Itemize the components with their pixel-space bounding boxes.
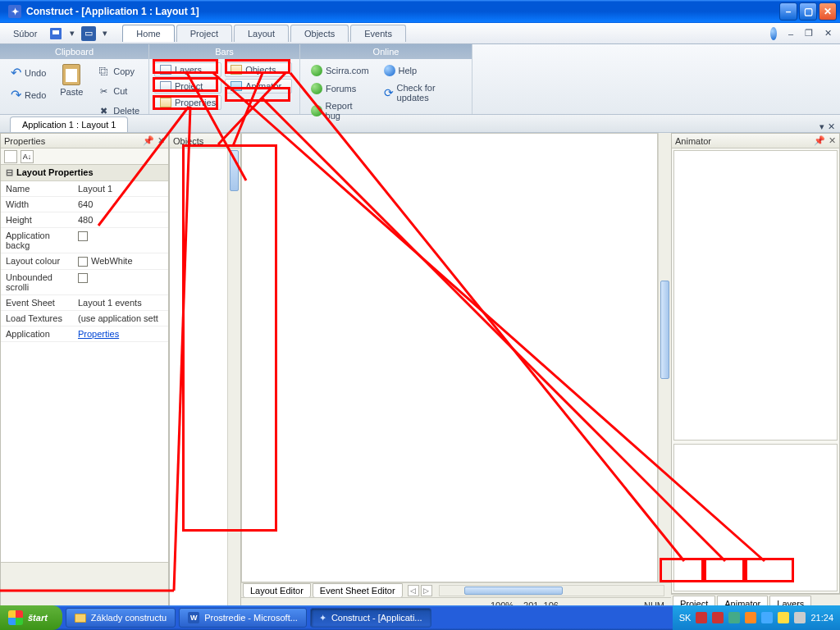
tray-icon[interactable] bbox=[778, 612, 789, 623]
taskbar-item[interactable]: ✦Construct - [Applicati... bbox=[310, 608, 431, 628]
titlebar: ✦ Construct - [Application 1 : Layout 1]… bbox=[0, 0, 840, 23]
pin-icon[interactable]: 📌 bbox=[814, 135, 825, 146]
tray-icon[interactable] bbox=[745, 612, 756, 623]
properties-title: Properties bbox=[4, 136, 45, 146]
undo-button[interactable]: ↶Undo bbox=[5, 62, 52, 83]
right-column: Animator📌✕ Project Animator Layers bbox=[671, 133, 840, 612]
taskbar-item[interactable]: WProstredie - Microsoft... bbox=[179, 608, 307, 628]
app-icon: ✦ bbox=[319, 613, 326, 623]
undo-icon: ↶ bbox=[11, 65, 21, 80]
help-icon[interactable] bbox=[767, 27, 780, 40]
vertical-scrollbar[interactable] bbox=[658, 133, 671, 582]
forums-button[interactable]: Forums bbox=[305, 80, 375, 97]
mdi-close[interactable]: ✕ bbox=[821, 26, 835, 40]
tray-icon[interactable] bbox=[728, 612, 740, 623]
bars-layers-button[interactable]: Layers bbox=[154, 62, 221, 77]
bars-properties-button[interactable]: Properties bbox=[154, 95, 221, 110]
qat-dropdown[interactable]: ▾ bbox=[65, 26, 80, 41]
menu-file[interactable]: Súbor bbox=[5, 26, 45, 41]
help-icon bbox=[384, 65, 395, 76]
event-sheet-tab[interactable]: Event Sheet Editor bbox=[313, 583, 403, 598]
qat-dropdown2[interactable]: ▾ bbox=[98, 26, 112, 41]
app-properties-link[interactable]: Properties bbox=[75, 326, 168, 341]
scrollbar[interactable] bbox=[227, 148, 240, 611]
bars-objects-button[interactable]: Objects bbox=[225, 62, 292, 77]
report-button[interactable]: Report bug bbox=[305, 98, 375, 123]
paste-button[interactable]: Paste bbox=[55, 62, 88, 98]
animator-title: Animator bbox=[675, 136, 711, 146]
tab-layout[interactable]: Layout bbox=[234, 25, 289, 42]
help-button[interactable]: Help bbox=[378, 62, 467, 79]
nav-prev[interactable]: ▷ bbox=[421, 585, 432, 596]
tab-home[interactable]: Home bbox=[122, 25, 174, 42]
property-description bbox=[1, 562, 168, 611]
check-updates-button[interactable]: ⟳Check for updates bbox=[378, 80, 467, 105]
save-icon[interactable] bbox=[48, 26, 63, 41]
panel-close-icon[interactable]: ✕ bbox=[829, 135, 836, 146]
checkbox[interactable] bbox=[78, 273, 88, 283]
monitor-icon[interactable]: ▭ bbox=[81, 26, 96, 41]
alphabetical-icon[interactable]: A↓ bbox=[21, 150, 34, 163]
mdi-restore[interactable]: ❐ bbox=[801, 26, 816, 40]
document-tab[interactable]: Application 1 : Layout 1 bbox=[10, 116, 128, 132]
globe-icon bbox=[311, 105, 322, 116]
categorized-icon[interactable] bbox=[4, 150, 17, 163]
start-button[interactable]: štart bbox=[0, 605, 62, 630]
animator-body[interactable] bbox=[673, 150, 838, 441]
mdi-minimize[interactable]: – bbox=[785, 27, 797, 40]
checkbox[interactable] bbox=[78, 231, 88, 241]
nav-first[interactable]: ◁ bbox=[408, 585, 419, 596]
animator-frames[interactable] bbox=[673, 444, 838, 591]
cut-icon: ✂ bbox=[97, 84, 110, 98]
doctab-menu-icon[interactable]: ▾ bbox=[819, 121, 824, 132]
paste-icon bbox=[62, 64, 80, 85]
copy-button[interactable]: ⿻Copy bbox=[91, 62, 145, 80]
project-icon bbox=[160, 81, 171, 91]
tab-events[interactable]: Events bbox=[350, 25, 406, 42]
tray-icon[interactable] bbox=[712, 612, 724, 623]
objects-panel: Objects bbox=[169, 133, 241, 612]
clock[interactable]: 21:24 bbox=[810, 613, 833, 623]
delete-icon: ✖ bbox=[97, 104, 110, 117]
tray-icon[interactable] bbox=[794, 612, 806, 623]
globe-icon bbox=[311, 83, 322, 94]
bars-animator-button[interactable]: Animator bbox=[225, 79, 292, 94]
group-bars: Bars bbox=[149, 44, 299, 59]
window-title: Construct - [Application 1 : Layout 1] bbox=[26, 6, 779, 17]
properties-panel: Properties📌✕ A↓ ⊟Layout Properties NameL… bbox=[0, 133, 169, 612]
property-grid[interactable]: ⊟Layout Properties NameLayout 1 Width640… bbox=[1, 165, 168, 562]
group-online: Online bbox=[300, 44, 472, 59]
menubar: Súbor ▾ ▭ ▾ Home Project Layout Objects … bbox=[0, 23, 840, 44]
taskbar-item[interactable]: Základy constructu bbox=[66, 608, 176, 628]
tray-icon[interactable] bbox=[696, 612, 707, 623]
refresh-icon: ⟳ bbox=[384, 86, 394, 99]
canvas[interactable] bbox=[241, 133, 658, 582]
group-clipboard: Clipboard bbox=[0, 44, 148, 59]
properties-icon bbox=[160, 98, 171, 107]
doctab-close-icon[interactable]: ✕ bbox=[828, 121, 835, 132]
horizontal-scrollbar[interactable] bbox=[439, 585, 664, 596]
redo-icon: ↷ bbox=[11, 87, 21, 103]
bars-project-button[interactable]: Project bbox=[154, 79, 221, 94]
word-icon: W bbox=[188, 612, 199, 623]
layout-editor-tab[interactable]: Layout Editor bbox=[243, 583, 311, 598]
maximize-button[interactable]: ▢ bbox=[799, 2, 817, 21]
layers-icon bbox=[160, 65, 171, 75]
tray-icon[interactable] bbox=[761, 612, 773, 623]
tab-objects[interactable]: Objects bbox=[290, 25, 349, 42]
close-button[interactable]: ✕ bbox=[819, 2, 837, 21]
redo-button[interactable]: ↷Redo bbox=[5, 84, 52, 105]
minimize-button[interactable]: – bbox=[779, 2, 797, 21]
windows-logo-icon bbox=[8, 610, 23, 625]
app-icon: ✦ bbox=[8, 5, 21, 18]
system-tray[interactable]: SK 21:24 bbox=[673, 605, 840, 630]
propgrid-toolbar: A↓ bbox=[1, 148, 168, 165]
pin-icon[interactable]: 📌 bbox=[143, 135, 154, 146]
scirra-button[interactable]: Scirra.com bbox=[305, 62, 375, 79]
taskbar: štart Základy constructu WProstredie - M… bbox=[0, 605, 840, 630]
cut-button[interactable]: ✂Cut bbox=[91, 82, 145, 100]
tab-project[interactable]: Project bbox=[176, 25, 232, 42]
lang-indicator[interactable]: SK bbox=[679, 613, 692, 623]
panel-close-icon[interactable]: ✕ bbox=[158, 135, 165, 146]
objects-list[interactable] bbox=[170, 148, 240, 611]
